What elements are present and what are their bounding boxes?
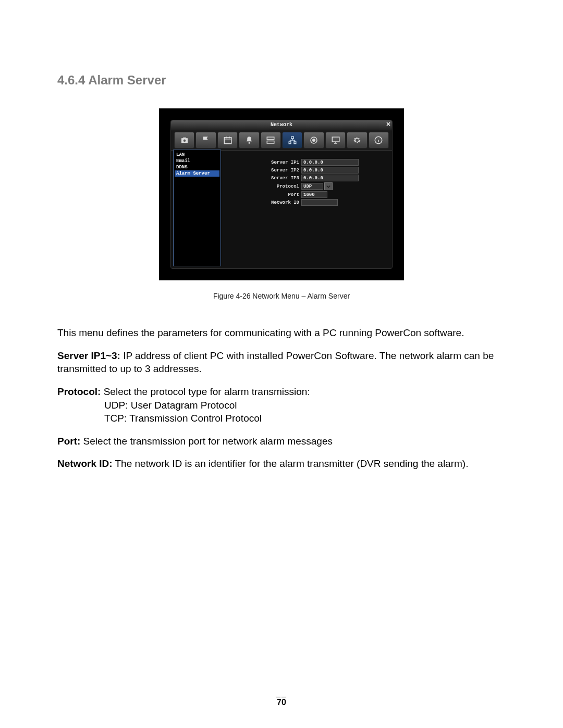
figure-caption: Figure 4-26 Network Menu – Alarm Server <box>57 292 506 300</box>
window-body: LANEmailDDNSAlarm Server Server IP10.0.0… <box>173 150 390 266</box>
text-network-id: The network ID is an identifier for the … <box>113 458 469 469</box>
window-titlebar: Network × <box>171 120 392 130</box>
calendar-icon[interactable] <box>217 132 238 149</box>
svg-rect-5 <box>291 137 293 139</box>
paragraph-intro: This menu defines the parameters for com… <box>57 326 506 340</box>
port-input[interactable]: 1600 <box>301 191 327 198</box>
svg-rect-1 <box>224 138 231 144</box>
field-label: Protocol <box>221 184 301 189</box>
figure: Network × LANEmailDDNSAlarm Server Serve… <box>57 108 506 300</box>
form-panel: Server IP10.0.0.0Server IP20.0.0.0Server… <box>221 150 390 266</box>
sidebar: LANEmailDDNSAlarm Server <box>173 150 221 266</box>
window-title: Network <box>271 122 292 128</box>
protocol-select[interactable]: UDP <box>301 182 333 190</box>
svg-rect-3 <box>267 137 275 140</box>
sidebar-item-email[interactable]: Email <box>175 158 219 164</box>
monitor-icon[interactable] <box>325 132 346 149</box>
body-text: This menu defines the parameters for com… <box>57 326 506 471</box>
label-port: Port: <box>57 436 80 447</box>
footer-rule: __ <box>0 688 563 698</box>
section-heading: 4.6.4 Alarm Server <box>57 73 506 88</box>
text-protocol-udp: UDP: User Datagram Protocol <box>104 399 506 412</box>
page-number: 70 <box>0 698 563 707</box>
svg-rect-7 <box>294 142 296 144</box>
sidebar-item-alarm-server[interactable]: Alarm Server <box>175 170 219 177</box>
label-protocol: Protocol: <box>57 386 101 397</box>
field-label: Network ID <box>221 200 301 205</box>
form-row: Server IP20.0.0.0 <box>221 167 384 174</box>
text-protocol-tcp: TCP: Transmission Control Protocol <box>104 412 506 425</box>
label-network-id: Network ID: <box>57 458 113 469</box>
server-ip3-input[interactable]: 0.0.0.0 <box>301 175 359 181</box>
paragraph-server-ip: Server IP1~3: IP address of client PC wi… <box>57 349 506 376</box>
page-footer: __ 70 <box>0 688 563 707</box>
field-label: Server IP3 <box>221 176 301 181</box>
bell-icon[interactable] <box>239 132 259 149</box>
document-page: 4.6.4 Alarm Server Network × LANEmailDDN… <box>0 0 563 728</box>
text-server-ip: IP address of client PC with installed P… <box>57 350 494 375</box>
svg-point-0 <box>183 140 186 142</box>
toolbar <box>171 130 392 151</box>
target-icon[interactable] <box>303 132 324 149</box>
paragraph-port: Port: Select the transmission port for n… <box>57 435 506 448</box>
form-row: Server IP10.0.0.0 <box>221 159 384 166</box>
server-ip1-input[interactable]: 0.0.0.0 <box>301 159 359 166</box>
flag-icon[interactable] <box>195 132 216 149</box>
svg-rect-10 <box>332 137 339 142</box>
camera-icon[interactable] <box>174 132 194 149</box>
svg-rect-4 <box>267 141 275 144</box>
paragraph-network-id: Network ID: The network ID is an identif… <box>57 457 506 471</box>
select-value[interactable]: UDP <box>301 183 323 190</box>
window: Network × LANEmailDDNSAlarm Server Serve… <box>170 120 393 269</box>
sidebar-item-lan[interactable]: LAN <box>175 152 219 158</box>
text-port: Select the transmission port for network… <box>80 436 333 447</box>
form-row: Port1600 <box>221 191 384 198</box>
sidebar-item-ddns[interactable]: DDNS <box>175 164 219 170</box>
form-row: ProtocolUDP <box>221 182 384 190</box>
close-icon[interactable]: × <box>384 120 393 130</box>
form-row: Server IP30.0.0.0 <box>221 175 384 181</box>
screenshot-network-menu: Network × LANEmailDDNSAlarm Server Serve… <box>159 108 404 280</box>
server-ip2-input[interactable]: 0.0.0.0 <box>301 167 359 174</box>
info-icon[interactable] <box>369 132 389 149</box>
svg-rect-6 <box>289 142 291 144</box>
field-label: Server IP2 <box>221 168 301 173</box>
field-label: Port <box>221 192 301 198</box>
chevron-down-icon[interactable] <box>324 182 333 190</box>
text-protocol: Select the protocol type for alarm trans… <box>101 386 310 397</box>
paragraph-protocol: Protocol: Select the protocol type for a… <box>57 385 506 399</box>
field-label: Server IP1 <box>221 160 301 165</box>
svg-point-2 <box>248 142 250 144</box>
storage-icon[interactable] <box>261 132 281 149</box>
form-row: Network ID <box>221 199 384 206</box>
label-server-ip: Server IP1~3: <box>57 350 120 361</box>
network-id-input[interactable] <box>301 199 338 206</box>
network-icon[interactable] <box>282 132 302 149</box>
svg-point-9 <box>313 139 315 142</box>
gear-icon[interactable] <box>347 132 367 149</box>
